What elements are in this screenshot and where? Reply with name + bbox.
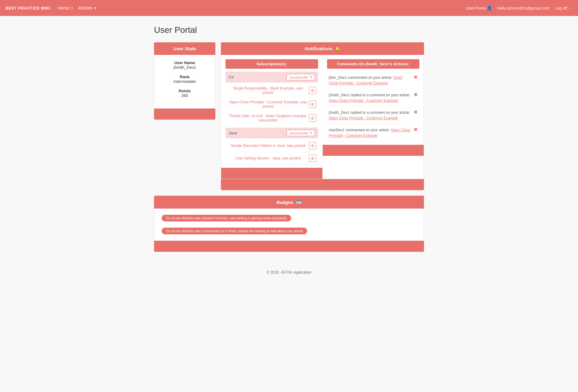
dismiss-comment-btn[interactable]: ✖ [414,75,418,80]
nav-home-link[interactable]: Home [58,5,73,11]
article-link[interactable]: Single Responsibility - Bank Example, wa… [227,86,309,95]
comment-article-link[interactable]: Open Close Principle - Customer Example [329,75,403,85]
username-label: User Name [159,60,211,65]
article-row: Single Responsibility - Bank Example, wa… [225,84,318,98]
comment-item: jSmith_Dev1 replied to a comment on your… [327,89,420,107]
comment-text: jSmith_Dev1 replied to a comment on your… [329,110,412,121]
notifications-header: Notifications [221,42,424,55]
comment-article-link[interactable]: Open Close Principle - Customer Example [329,128,410,138]
badges-footer [154,241,424,252]
username-row: User Name jSmith_Dev1 [159,60,211,70]
points-row: Points 260 [159,89,211,98]
x-icon: ✕ [310,75,312,79]
dismiss-comment-btn[interactable]: ✖ [414,110,418,115]
badge-icon: 🪪 [296,199,302,205]
points-label: Points [159,89,211,93]
username-value: jSmith_Dev1 [159,65,211,70]
comment-text: jDev_Doe1 commented on your article: Ope… [329,75,412,86]
dismiss-comment-btn[interactable]: ✖ [414,92,418,97]
user-stats-footer [154,109,215,120]
comments-header: Comments On jSmith_Dev1's Articles: [327,59,420,69]
rank-row: Rank Intermediate [159,75,211,84]
page-content: User Portal User Stats User Name jSmith_… [148,16,430,264]
article-settings-btn[interactable]: ⚙ [309,142,316,149]
user-icon [487,6,492,10]
category-row-csharp: C# Unsubscribe ✕ [225,72,318,83]
badge-pill: On of your Articles was Commented on 5 t… [162,228,307,234]
subscriptions-col: Subscription(s): C# Unsubscribe ✕ Single… [221,55,323,179]
badges-body: On of your Articles was Upvoted 10 times… [154,209,424,241]
article-link[interactable]: Open Close Principle - Customer Example,… [227,100,309,109]
article-settings-btn[interactable]: ⚙ [309,155,316,162]
logout-icon [568,6,572,10]
page-footer: © 2018 - B.P.W. Application [0,264,578,281]
article-settings-btn[interactable]: ⚙ [309,101,316,108]
unsubscribe-java-button[interactable]: Unsubscribe ✕ [287,130,315,136]
navbar: BEST PRACTICE WIKI Home Articles ▼ User … [0,0,578,16]
nav-right: User Portal Hello johnsmith1@gmail.com! … [466,6,572,10]
article-link[interactable]: Simple Decorator Pattern in Java, was po… [227,144,309,148]
notifications-panel-footer [221,179,424,190]
article-row: Thread-Safe, no lock - Basic Singleton e… [225,111,318,125]
main-grid: User Stats User Name jSmith_Dev1 Rank In… [154,42,424,190]
subscriptions-footer [221,168,322,179]
comment-article-link[interactable]: Open Close Principle - Customer Example [329,116,398,120]
nav-links: Home Articles ▼ [58,5,466,11]
user-stats-body: User Name jSmith_Dev1 Rank Intermediate … [154,55,215,109]
nav-brand: BEST PRACTICE WIKI [6,6,50,10]
comments-col: Comments On jSmith_Dev1's Articles: jDev… [323,55,424,179]
dismiss-comment-btn[interactable]: ✖ [414,127,418,132]
category-name-csharp: C# [229,75,234,79]
gear-icon: ⚙ [311,156,314,161]
category-row-java: Java Unsubscribe ✕ [225,128,318,138]
article-row: User Setting Service - Java, was posted … [225,152,318,165]
page-title: User Portal [154,25,424,35]
article-settings-btn[interactable]: ⚙ [309,114,316,122]
badges-header: Badges 🪪 [154,196,424,209]
user-stats-panel: User Stats User Name jSmith_Dev1 Rank In… [154,42,215,190]
comment-text: jSmith_Dev1 replied to a comment on your… [329,92,412,103]
category-name-java: Java [229,131,237,135]
points-value: 260 [159,93,211,98]
notifications-body: Subscription(s): C# Unsubscribe ✕ Single… [221,55,424,179]
chevron-down-icon: ▼ [94,6,97,10]
comment-article-link[interactable]: Open Close Principle - Customer Example [329,98,398,103]
user-portal-nav: User Portal [466,6,492,10]
comment-text: macDev1 commented on your article: Open … [329,127,412,138]
unsubscribe-csharp-button[interactable]: Unsubscribe ✕ [287,74,315,80]
rank-label: Rank [159,75,211,79]
user-stats-header: User Stats [154,42,215,55]
rank-value: Intermediate [159,79,211,84]
nav-articles-link[interactable]: Articles ▼ [78,6,97,10]
gear-icon: ⚙ [311,88,314,93]
article-link[interactable]: User Setting Service - Java, was posted [227,156,309,160]
comments-footer [323,145,424,156]
hello-label: Hello johnsmith1@gmail.com! [497,6,550,10]
bell-icon [335,46,340,51]
badge-pill: On of your Articles was Upvoted 10 times… [162,215,291,221]
article-row: Simple Decorator Pattern in Java, was po… [225,140,318,152]
home-icon [71,5,74,11]
badges-section: Badges 🪪 On of your Articles was Upvoted… [154,196,424,252]
article-settings-btn[interactable]: ⚙ [309,87,316,94]
article-row: Open Close Principle - Customer Example,… [225,98,318,111]
gear-icon: ⚙ [311,102,314,107]
subscriptions-header: Subscription(s): [225,59,318,69]
gear-icon: ⚙ [311,144,314,148]
comment-item: jDev_Doe1 commented on your article: Ope… [327,72,420,89]
gear-icon: ⚙ [311,116,314,121]
footer-text: © 2018 - B.P.W. Application [267,270,311,275]
comment-item: jSmith_Dev1 replied to a comment on your… [327,107,420,124]
comment-item: macDev1 commented on your article: Open … [327,124,420,142]
article-link[interactable]: Thread-Safe, no lock - Basic Singleton e… [227,114,309,122]
x-icon: ✕ [310,131,312,135]
notifications-panel: Notifications Subscription(s): C# Unsubs… [221,42,424,190]
logoff-item[interactable]: Log off [555,6,572,10]
